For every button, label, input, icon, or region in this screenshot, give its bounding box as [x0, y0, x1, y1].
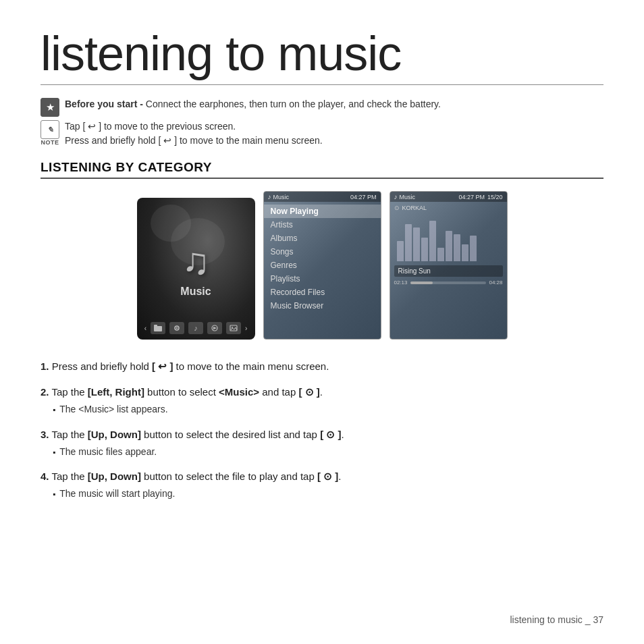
right-arrow-icon: ›	[245, 325, 247, 332]
instruction-2-sub: ▪ The <Music> list appears.	[53, 402, 603, 417]
nav-icon-gear	[169, 322, 184, 334]
nav-icon-video	[207, 322, 222, 334]
screen3-content: ⊙ KORKAL Rising Sun 02:13	[390, 202, 507, 339]
instruction-3-bold2: [ ⊙ ]	[320, 429, 341, 440]
eq-bar-9	[462, 244, 468, 261]
screen3-song-name: Rising Sun	[394, 265, 503, 277]
instruction-1-bold: [ ↩ ]	[152, 360, 173, 372]
screen1-label: Music	[180, 286, 211, 298]
nav-icon-note: ♪	[188, 322, 203, 334]
instruction-2: 2. Tap the [Left, Right] button to selec…	[41, 384, 603, 417]
screen2-statusbar: ♪ Music 04:27 PM	[264, 192, 381, 202]
instruction-4-sub: ▪ The music will start playing.	[53, 486, 603, 501]
instructions-section: 1. Press and briefly hold [ ↩ ] to move …	[41, 358, 603, 501]
screenshots-row: ♫ Music ‹ ♪ › ♪ Music	[41, 191, 603, 340]
instruction-num-3: 3.	[41, 429, 49, 440]
bullet-icon-3: ▪	[53, 446, 55, 459]
instruction-2-sub-text: The <Music> list appears.	[59, 402, 167, 417]
menu-item-genres[interactable]: Genres	[264, 259, 381, 272]
menu-item-playlists[interactable]: Playlists	[264, 272, 381, 286]
svg-marker-5	[213, 327, 217, 329]
screen3-status-label: Music	[400, 194, 416, 200]
screen3-note-icon: ♪	[394, 193, 398, 200]
page-footer: listening to music _ 37	[510, 614, 603, 625]
nav-icon-folder	[151, 322, 165, 334]
screen3-statusbar: ♪ Music 04:27 PM 15/20	[390, 192, 507, 202]
svg-rect-1	[154, 325, 157, 327]
eq-bar-5	[429, 221, 436, 261]
bullet-icon: ▪	[53, 404, 55, 417]
screen3-artist-name: KORKAL	[402, 205, 427, 211]
eq-bar-7	[446, 231, 452, 261]
screen2-note-icon: ♪	[268, 193, 271, 200]
before-start-notice: ★ Before you start - Connect the earphon…	[41, 97, 603, 117]
instruction-4-bold2: [ ⊙ ]	[317, 471, 338, 482]
note-text: Tap [ ↩ ] to move to the previous screen…	[65, 119, 323, 148]
equalizer-visualization	[394, 214, 503, 261]
screen1-nav: ‹ ♪ ›	[137, 322, 255, 334]
before-start-text: Before you start - Connect the earphones…	[65, 97, 441, 111]
page-title: listening to music	[41, 27, 603, 85]
music-note-icon: ♫	[182, 240, 209, 283]
note-notice: ✎ NOTE Tap [ ↩ ] to move to the previous…	[41, 119, 603, 148]
instruction-3-sub: ▪ The music files appear.	[53, 444, 603, 459]
svg-point-3	[176, 327, 178, 329]
menu-item-now-playing[interactable]: Now Playing	[264, 205, 381, 218]
instruction-num-4: 4.	[41, 471, 49, 482]
notices-section: ★ Before you start - Connect the earphon…	[41, 97, 603, 148]
menu-item-recorded-files[interactable]: Recorded Files	[264, 286, 381, 299]
progress-bar-track	[410, 281, 487, 284]
eq-bar-6	[437, 248, 444, 261]
instruction-3-sub-text: The music files appear.	[59, 444, 157, 459]
menu-item-artists[interactable]: Artists	[264, 218, 381, 232]
instruction-3: 3. Tap the [Up, Down] button to select t…	[41, 427, 603, 459]
left-arrow-icon: ‹	[144, 325, 146, 332]
screen2-menu: ♪ Music 04:27 PM Now Playing Artists Alb…	[263, 191, 381, 340]
instruction-num-1: 1.	[41, 360, 49, 372]
screen3-track-count: 15/20	[487, 194, 503, 200]
cd-icon: ⊙	[394, 205, 400, 211]
progress-bar-fill	[410, 281, 433, 284]
screen3-player: ♪ Music 04:27 PM 15/20 ⊙ KORKAL	[390, 191, 508, 340]
svg-rect-0	[154, 326, 162, 331]
screen1-music-icon: ♫ Music ‹ ♪ ›	[137, 198, 255, 340]
instruction-2-bold1: [Left, Right]	[88, 386, 144, 398]
screen2-status-left: ♪ Music	[268, 193, 290, 200]
screen3-progress-row: 02:13 04:28	[394, 279, 503, 286]
instruction-3-bold1: [Up, Down]	[88, 429, 141, 440]
menu-item-songs[interactable]: Songs	[264, 245, 381, 259]
eq-bar-1	[397, 241, 404, 261]
bullet-icon-4: ▪	[53, 488, 55, 501]
screen2-status-label: Music	[273, 194, 290, 200]
screen3-time-start: 02:13	[394, 279, 408, 286]
screen3-time-end: 04:28	[489, 279, 502, 286]
screen2-menu-list: Now Playing Artists Albums Songs Genres …	[264, 202, 381, 339]
note-icon-wrap: ✎ NOTE	[41, 120, 59, 146]
instruction-2-bold2: <Music>	[219, 386, 259, 398]
screen3-status-time: 04:27 PM	[458, 194, 485, 200]
eq-bar-3	[413, 227, 420, 261]
nav-icon-image	[226, 322, 241, 334]
eq-bar-10	[470, 236, 477, 261]
instruction-4-bold1: [Up, Down]	[88, 471, 141, 482]
instruction-4: 4. Tap the [Up, Down] button to select t…	[41, 468, 603, 501]
instruction-num-2: 2.	[41, 386, 49, 398]
menu-item-music-browser[interactable]: Music Browser	[264, 299, 381, 313]
instruction-4-sub-text: The music will start playing.	[59, 486, 175, 501]
screen2-status-time: 04:27 PM	[350, 194, 377, 200]
star-icon: ★	[41, 98, 59, 117]
instruction-2-bold3: [ ⊙ ]	[298, 386, 319, 398]
instruction-1: 1. Press and briefly hold [ ↩ ] to move …	[41, 358, 603, 375]
eq-bar-8	[454, 234, 460, 261]
menu-item-albums[interactable]: Albums	[264, 232, 381, 245]
eq-bar-2	[405, 224, 412, 261]
screen3-artist-row: ⊙ KORKAL	[394, 205, 503, 211]
pencil-icon: ✎	[41, 120, 59, 139]
section-heading: LISTENING BY CATEGORY	[41, 160, 603, 179]
eq-bar-4	[421, 238, 428, 261]
